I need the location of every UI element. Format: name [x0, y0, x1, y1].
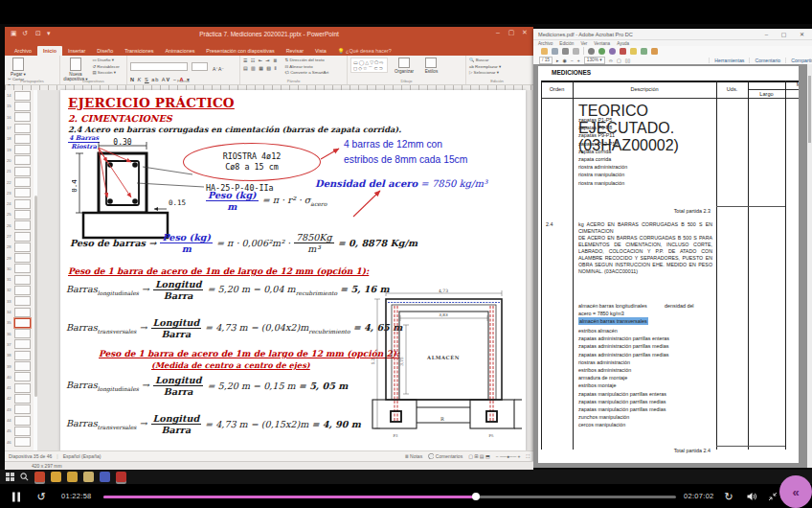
notes-button[interactable]: ≣ Notas — [404, 453, 422, 459]
close-button[interactable]: ✕ — [518, 29, 531, 36]
slide-thumbnail-33[interactable]: 33 — [5, 296, 34, 307]
acrobat-titlebar[interactable]: Mediciones.pdf - Adobe Acrobat Pro DC – … — [533, 29, 812, 40]
start-button[interactable] — [6, 473, 14, 481]
slide-thumbnail-18[interactable]: 18 — [5, 133, 34, 144]
panel-link-herramientas[interactable]: Herramientas — [709, 58, 749, 63]
slide-thumbnail-38[interactable]: 38 — [5, 350, 34, 360]
list-buttons[interactable]: ☰ ☷ ⇤ ⇥ ≣ — [243, 58, 278, 63]
print-icon[interactable] — [562, 48, 569, 55]
pdf-scrollbar[interactable] — [807, 64, 812, 468]
slide-thumbnail-26[interactable]: 26 — [5, 220, 34, 231]
menu-archivo[interactable]: Archivo — [538, 41, 553, 46]
email-icon[interactable] — [573, 48, 579, 55]
slide-thumbnail-39[interactable]: 39 — [5, 360, 34, 371]
menu-edición[interactable]: Edición — [559, 41, 574, 46]
taskbar-acrobat-icon[interactable] — [116, 472, 126, 482]
seek-handle[interactable] — [472, 493, 480, 500]
thumbnails-scrollbar[interactable] — [34, 90, 37, 450]
two-page-icon[interactable]: ▯▯ — [625, 58, 631, 63]
paste-button[interactable]: Pegar ▾ — [8, 58, 29, 77]
font-size-box[interactable] — [192, 62, 208, 71]
stamp-icon[interactable] — [588, 48, 595, 55]
maximize-button[interactable]: ▢ — [505, 29, 518, 36]
fit-slide-icon[interactable]: ⛶ — [526, 453, 530, 460]
save-icon[interactable] — [552, 48, 558, 55]
export-pdf-icon[interactable] — [620, 48, 626, 55]
page-number-box[interactable]: / 15 — [539, 57, 553, 64]
slide-thumbnail-22[interactable]: 22 — [5, 176, 34, 187]
shapes-gallery[interactable]: ▭◯△▽⬠⇨◻◇☆⌒⊂⊃ — [350, 58, 388, 73]
rewind-button[interactable]: ↺ — [33, 488, 50, 505]
taskbar-folder-1-icon[interactable] — [51, 472, 61, 482]
view-buttons[interactable]: ▢ ⊞ ▤ ⬒ — [468, 453, 490, 459]
create-pdf-icon[interactable] — [641, 48, 647, 55]
pdf-page[interactable]: MEDICIONES Orden Descripción Uds. Largo … — [538, 66, 799, 463]
slide-thumbnail-42[interactable]: 42 — [5, 393, 34, 404]
tab-diseño[interactable]: Diseño — [91, 46, 119, 56]
fit-page-icon[interactable]: ▢ — [617, 58, 621, 63]
tab-revisar[interactable]: Revisar — [281, 46, 309, 56]
pdf-selected-row[interactable]: almacén barras transversales — [578, 317, 648, 325]
menu-ayuda[interactable]: Ayuda — [617, 41, 629, 46]
forward-button[interactable]: ↻ — [720, 488, 737, 505]
slide-thumbnail-44[interactable]: 44 — [5, 415, 34, 426]
slide-thumbnail-28[interactable]: 28 — [5, 242, 34, 252]
slide-thumbnail-20[interactable]: 20 — [5, 155, 34, 166]
edit-pdf-icon[interactable] — [630, 48, 637, 55]
open-file-icon[interactable] — [541, 48, 548, 55]
tab-archivo[interactable]: Archivo — [9, 46, 37, 56]
zoom-slider[interactable]: − ──●── + — [496, 453, 521, 459]
select-tool-icon[interactable]: ▸ — [556, 58, 559, 63]
slide-thumbnail-34[interactable]: 34 — [5, 307, 34, 317]
slide-thumbnail-27[interactable]: 27 — [5, 231, 34, 242]
quick-styles-button[interactable]: Estilos — [420, 58, 441, 74]
slide-thumbnail-36[interactable]: 36 — [5, 329, 34, 339]
tell-me-box[interactable]: 💡 ¿Qué desea hacer? — [332, 46, 397, 56]
taskbar-explorer-icon[interactable] — [83, 472, 94, 482]
tab-insertar[interactable]: Insertar — [62, 46, 91, 56]
align-buttons[interactable]: ▤ ▥ ▦ ▧ ⫴ — [243, 65, 278, 72]
fit-width-icon[interactable]: ⬄ — [609, 58, 613, 63]
comment-icon[interactable] — [598, 48, 605, 55]
slide-canvas[interactable]: EJERCICIO PRÁCTICO 2. CIMENTACIONES 2.4 … — [60, 90, 526, 451]
seek-bar[interactable] — [103, 496, 676, 498]
arrange-button[interactable]: Organizar — [392, 58, 417, 74]
powerpoint-titlebar[interactable]: ▣ ↺ ⊡ ▾ Práctica 7. Mediciones 2020021.p… — [5, 27, 533, 44]
taskbar-powerpoint-icon[interactable] — [34, 472, 45, 482]
slide-thumbnail-43[interactable]: 43 — [5, 404, 34, 415]
acrobat-window-buttons[interactable]: – ▢ ✕ — [765, 29, 810, 40]
tab-animaciones[interactable]: Animaciones — [159, 46, 200, 56]
smartart-button[interactable]: ⮔ Convertir a SmartArt — [285, 70, 329, 77]
tab-transiciones[interactable]: Transiciones — [119, 46, 159, 56]
panel-link-compartir[interactable]: Compartir — [785, 58, 812, 63]
slide-thumbnail-40[interactable]: 40 — [5, 372, 34, 382]
menu-ventana[interactable]: Ventana — [594, 41, 610, 46]
minimize-button[interactable]: – — [491, 29, 505, 35]
panel-link-comentario[interactable]: Comentario — [749, 58, 785, 63]
slide-thumbnail-46[interactable]: 46 — [5, 437, 34, 448]
slide-thumbnail-30[interactable]: 30 — [5, 264, 34, 274]
taskbar-teams-icon[interactable] — [100, 472, 110, 482]
slide-thumbnail-21[interactable]: 21 — [5, 166, 34, 176]
slide-thumbnail-17[interactable]: 17 — [5, 123, 34, 133]
slide-thumbnail-16[interactable]: 16 — [5, 112, 34, 123]
slide-thumbnail-23[interactable]: 23 — [5, 188, 34, 198]
side-panel-toggle-button[interactable]: « — [779, 475, 812, 508]
slide-thumbnail-31[interactable]: 31 — [5, 274, 34, 285]
slide-thumbnail-29[interactable]: 29 — [5, 252, 34, 263]
slide-thumbnail-19[interactable]: 19 — [5, 144, 34, 154]
pause-button[interactable] — [8, 488, 25, 505]
grow-shrink-font-icon[interactable]: A⁺A⁻ — [213, 66, 224, 72]
slide-thumbnail-32[interactable]: 32 — [5, 285, 34, 295]
search-icon[interactable] — [20, 473, 29, 481]
slide-thumbnail-41[interactable]: 41 — [5, 382, 34, 393]
slide-thumbnail-35[interactable]: 35 — [5, 317, 34, 328]
volume-button[interactable] — [743, 488, 760, 505]
slide-thumbnail-14[interactable]: 14 — [5, 90, 34, 101]
zoom-level-box[interactable]: 130% ▾ — [584, 57, 605, 64]
section-button[interactable]: ▤ Sección ▾ — [92, 70, 119, 77]
taskbar-folder-2-icon[interactable] — [67, 472, 78, 482]
highlight-icon[interactable] — [609, 48, 616, 55]
tab-vista[interactable]: Vista — [309, 46, 332, 56]
slide-thumbnail-25[interactable]: 25 — [5, 209, 34, 219]
